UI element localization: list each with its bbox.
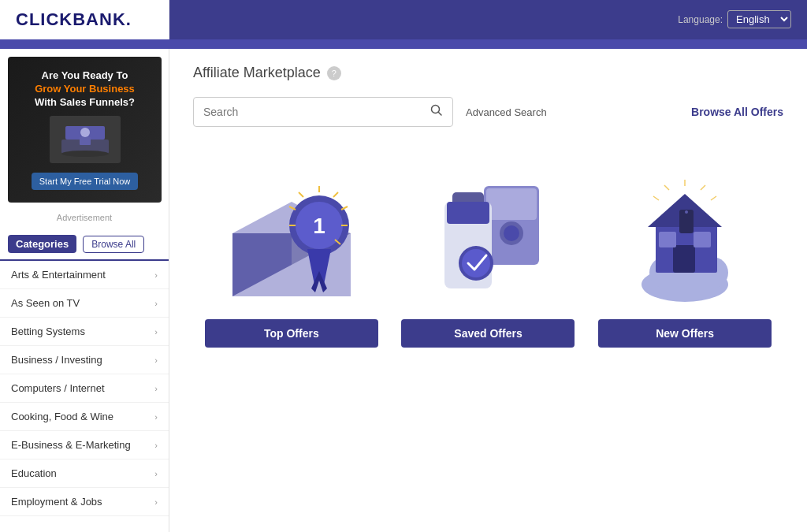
svg-point-26 bbox=[504, 225, 519, 241]
ad-title: Are You Ready To Grow Your Business With… bbox=[35, 69, 135, 110]
header: CLICKBANK. Language: English Spanish Fre… bbox=[0, 0, 807, 39]
language-dropdown[interactable]: English Spanish French German bbox=[727, 10, 791, 28]
category-item-education[interactable]: Education › bbox=[0, 459, 169, 488]
chevron-right-icon: › bbox=[154, 441, 158, 450]
svg-rect-38 bbox=[694, 232, 711, 247]
logo-area: CLICKBANK. bbox=[0, 0, 169, 39]
chevron-right-icon: › bbox=[154, 469, 158, 478]
logo: CLICKBANK. bbox=[16, 9, 132, 30]
category-label: Cooking, Food & Wine bbox=[11, 411, 113, 422]
sidebar: Are You Ready To Grow Your Business With… bbox=[0, 49, 169, 532]
saved-offers-button[interactable]: Saved Offers bbox=[401, 319, 575, 348]
advanced-search-link[interactable]: Advanced Search bbox=[466, 106, 547, 118]
category-item-business[interactable]: Business / Investing › bbox=[0, 346, 169, 374]
chevron-right-icon: › bbox=[154, 355, 158, 365]
svg-line-45 bbox=[653, 196, 659, 200]
page-title-area: Affiliate Marketplace ? bbox=[193, 65, 783, 81]
category-list: Arts & Entertainment › As Seen on TV › B… bbox=[0, 261, 169, 516]
svg-rect-24 bbox=[486, 188, 537, 220]
main-layout: Are You Ready To Grow Your Business With… bbox=[0, 49, 807, 532]
svg-point-2 bbox=[61, 151, 109, 157]
svg-point-31 bbox=[462, 249, 490, 277]
svg-line-44 bbox=[711, 196, 716, 200]
chevron-right-icon: › bbox=[154, 497, 158, 507]
svg-line-6 bbox=[439, 113, 442, 116]
ad-cta-button[interactable]: Start My Free Trial Now bbox=[32, 173, 139, 190]
category-label: As Seen on TV bbox=[11, 297, 80, 309]
category-item-computers[interactable]: Computers / Internet › bbox=[0, 374, 169, 403]
language-selector: Language: English Spanish French German bbox=[678, 10, 791, 28]
award-illustration: 1 bbox=[209, 154, 374, 308]
offer-card-saved: Saved Offers bbox=[401, 151, 575, 348]
language-label: Language: bbox=[678, 14, 723, 25]
category-item-arts[interactable]: Arts & Entertainment › bbox=[0, 261, 169, 289]
category-item-ebusiness[interactable]: E-Business & E-Marketing › bbox=[0, 431, 169, 459]
category-label: Education bbox=[11, 467, 57, 479]
saved-offers-illustration bbox=[405, 151, 571, 308]
help-icon[interactable]: ? bbox=[327, 66, 341, 80]
svg-line-43 bbox=[664, 185, 669, 190]
top-offers-button[interactable]: Top Offers bbox=[205, 319, 378, 348]
category-item-tv[interactable]: As Seen on TV › bbox=[0, 289, 169, 318]
category-label: Business / Investing bbox=[11, 354, 102, 366]
ad-label: Advertisement bbox=[0, 210, 169, 229]
page-title: Affiliate Marketplace bbox=[193, 65, 321, 81]
chevron-right-icon: › bbox=[154, 270, 158, 280]
search-area: Advanced Search Browse All Offers bbox=[193, 97, 783, 127]
svg-rect-36 bbox=[673, 245, 695, 273]
browse-all-categories-button[interactable]: Browse All bbox=[83, 236, 144, 253]
svg-point-40 bbox=[685, 210, 688, 214]
svg-rect-29 bbox=[447, 202, 489, 224]
supplements-illustration bbox=[405, 154, 571, 308]
chevron-right-icon: › bbox=[154, 299, 158, 308]
browse-all-offers-link[interactable]: Browse All Offers bbox=[691, 106, 783, 118]
category-item-employment[interactable]: Employment & Jobs › bbox=[0, 488, 169, 516]
svg-rect-37 bbox=[659, 232, 676, 247]
category-label: E-Business & E-Marketing bbox=[11, 439, 131, 451]
offer-card-new: New Offers bbox=[598, 151, 772, 348]
search-input[interactable] bbox=[203, 106, 430, 118]
ad-graphic bbox=[58, 120, 113, 159]
chevron-right-icon: › bbox=[154, 412, 158, 422]
sub-nav bbox=[0, 39, 807, 49]
svg-line-14 bbox=[333, 192, 338, 197]
house-illustration bbox=[602, 154, 768, 308]
svg-text:1: 1 bbox=[313, 214, 325, 238]
search-box bbox=[193, 97, 453, 127]
ad-banner: Are You Ready To Grow Your Business With… bbox=[8, 57, 162, 203]
offer-card-top: 1 bbox=[205, 151, 378, 348]
header-nav: Language: English Spanish French German bbox=[169, 0, 807, 39]
top-offers-illustration: 1 bbox=[209, 151, 374, 308]
categories-header: Categories Browse All bbox=[0, 229, 169, 261]
category-label: Betting Systems bbox=[11, 326, 85, 337]
category-item-betting[interactable]: Betting Systems › bbox=[0, 318, 169, 346]
new-offers-button[interactable]: New Offers bbox=[598, 319, 772, 348]
ad-image bbox=[50, 116, 121, 163]
new-offers-illustration bbox=[602, 151, 768, 308]
search-button[interactable] bbox=[430, 104, 443, 120]
category-item-cooking[interactable]: Cooking, Food & Wine › bbox=[0, 403, 169, 431]
chevron-right-icon: › bbox=[154, 327, 158, 337]
offers-grid: 1 bbox=[193, 151, 783, 348]
svg-line-18 bbox=[299, 192, 303, 197]
svg-rect-4 bbox=[80, 137, 91, 145]
main-content: Affiliate Marketplace ? Advanced Search … bbox=[169, 49, 807, 532]
svg-point-3 bbox=[80, 128, 90, 137]
chevron-right-icon: › bbox=[154, 384, 158, 393]
svg-line-42 bbox=[701, 185, 705, 190]
search-icon bbox=[430, 104, 443, 117]
category-label: Computers / Internet bbox=[11, 382, 105, 394]
categories-tab[interactable]: Categories bbox=[8, 235, 76, 253]
category-label: Arts & Entertainment bbox=[11, 269, 106, 281]
category-label: Employment & Jobs bbox=[11, 496, 102, 508]
